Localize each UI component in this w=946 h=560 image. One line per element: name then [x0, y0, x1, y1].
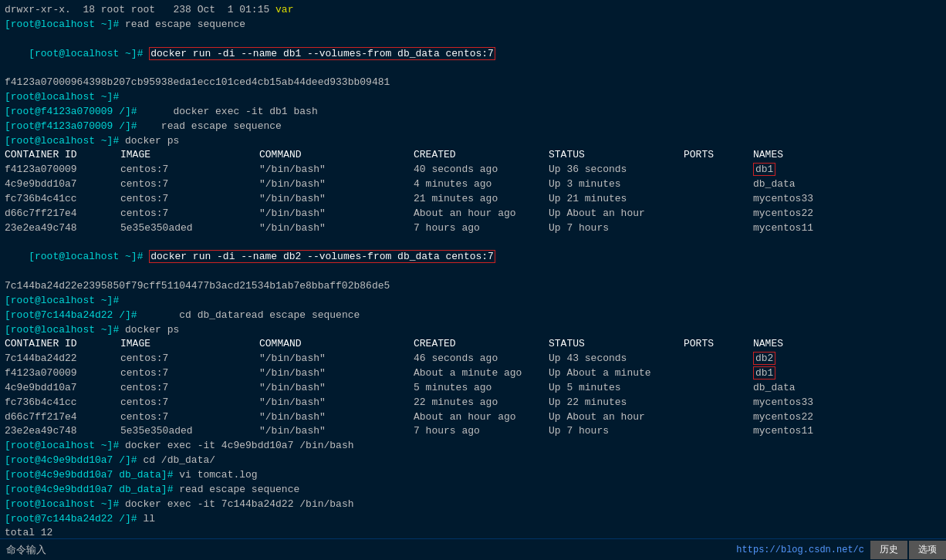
docker-table2-row-db2: 7c144ba24d22 centos:7 "/bin/bash" 46 sec… [5, 352, 941, 366]
line-blank-prompt2: [root@localhost ~]# [5, 294, 941, 309]
bottom-right-controls: https://blog.csdn.net/c 历史 选项 [730, 541, 946, 559]
docker-table1-row-mycentos22: d66c7ff217e4 centos:7 "/bin/bash" About … [5, 207, 941, 221]
docker-table2-row-db-data: 4c9e9bdd10a7 centos:7 "/bin/bash" 5 minu… [5, 381, 941, 396]
line-2: [root@localhost ~]# read escape sequence [5, 18, 941, 32]
line-exec-7c14: [root@localhost ~]# docker exec -it 7c14… [5, 498, 941, 512]
docker-table1-row-db1: f4123a070009 centos:7 "/bin/bash" 40 sec… [5, 163, 941, 177]
history-button[interactable]: 历史 [870, 541, 907, 559]
docker-table2-row-mycentos33: fc736b4c41cc centos:7 "/bin/bash" 22 min… [5, 396, 941, 410]
docker-table2-header: CONTAINER ID IMAGE COMMAND CREATED STATU… [5, 337, 941, 352]
bottom-bar: 命令输入 https://blog.csdn.net/c 历史 选项 [0, 538, 946, 560]
line-ll: [root@7c144ba24d22 /]# ll [5, 512, 941, 527]
line-vi-tomcat: [root@4c9e9bdd10a7 db_data]# vi tomcat.l… [5, 468, 941, 483]
terminal: drwxr-xr-x. 18 root root 238 Oct 1 01:15… [0, 0, 946, 560]
line-3-docker-run-db1: [root@localhost ~]# docker run -di --nam… [5, 32, 941, 76]
line-docker-ps2: [root@localhost ~]# docker ps [5, 323, 941, 338]
line-1: drwxr-xr-x. 18 root root 238 Oct 1 01:15… [5, 3, 941, 18]
docker-table2-row-mycentos11: 23e2ea49c748 5e35e350aded "/bin/bash" 7 … [5, 424, 941, 439]
line-4: f4123a07000964398b207cb95938eda1ecc101ce… [5, 76, 941, 90]
docker-table1-row-mycentos33: fc736b4c41cc centos:7 "/bin/bash" 21 min… [5, 192, 941, 207]
line-db2-hash: 7c144ba24d22e2395850f79cff51104477b3acd2… [5, 279, 941, 294]
options-button[interactable]: 选项 [909, 541, 946, 559]
line-docker-run-db2: [root@localhost ~]# docker run -di --nam… [5, 236, 941, 280]
docker-table1-header: CONTAINER ID IMAGE COMMAND CREATED STATU… [5, 148, 941, 163]
line-cd-dbdata: [root@7c144ba24d22 /]# cd db_dataread es… [5, 309, 941, 323]
line-8: [root@localhost ~]# docker ps [5, 134, 941, 149]
line-6: [root@f4123a070009 /]# docker exec -it d… [5, 105, 941, 120]
docker-table2-row-mycentos22: d66c7ff217e4 centos:7 "/bin/bash" About … [5, 410, 941, 425]
docker-table1-row-db-data: 4c9e9bdd10a7 centos:7 "/bin/bash" 4 minu… [5, 177, 941, 192]
docker-table1-row-mycentos11: 23e2ea49c748 5e35e350aded "/bin/bash" 7 … [5, 221, 941, 236]
line-5: [root@localhost ~]# [5, 90, 941, 105]
line-read-escape2: [root@4c9e9bdd10a7 db_data]# read escape… [5, 483, 941, 498]
docker-table2-row-db1: f4123a070009 centos:7 "/bin/bash" About … [5, 366, 941, 381]
line-7: [root@f4123a070009 /]# read escape seque… [5, 120, 941, 134]
line-cd-dbdata2: [root@4c9e9bdd10a7 /]# cd /db_data/ [5, 454, 941, 468]
command-input-label: 命令输入 [0, 543, 46, 557]
csdn-link: https://blog.csdn.net/c [730, 541, 870, 559]
line-exec-4c9e: [root@localhost ~]# docker exec -it 4c9e… [5, 439, 941, 454]
